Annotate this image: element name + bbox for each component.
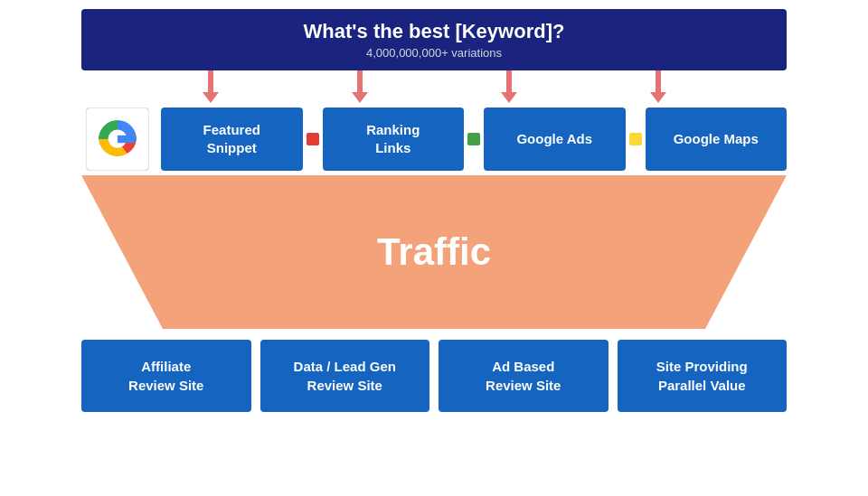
arrow-4 [650,70,666,103]
banner-title: What's the best [Keyword]? [99,20,769,43]
top-banner: What's the best [Keyword]? 4,000,000,000… [81,9,787,70]
svg-rect-2 [118,135,136,142]
arrow-3 [501,70,517,103]
connector-yellow [629,133,642,145]
traffic-label: Traffic [377,230,491,274]
google-logo [81,103,154,175]
affiliate-review-site-box: Affiliate Review Site [81,340,251,412]
diagram: What's the best [Keyword]? 4,000,000,000… [27,9,841,488]
arrow-row [81,70,787,103]
connector-green [467,133,480,145]
arrow-1 [203,70,219,103]
ad-based-review-site-box: Ad Based Review Site [439,340,609,412]
middle-row: Featured Snippet Ranking Links Google Ad… [81,103,787,175]
arrow-2 [352,70,368,103]
connector-red [307,133,319,145]
google-maps-box: Google Maps [646,108,788,171]
google-ads-box: Google Ads [484,108,626,171]
traffic-area: Traffic [81,175,787,329]
data-lead-gen-box: Data / Lead Gen Review Site [260,340,430,412]
bottom-row: Affiliate Review Site Data / Lead Gen Re… [81,340,787,412]
boxes-row: Featured Snippet Ranking Links Google Ad… [161,108,787,171]
banner-subtitle: 4,000,000,000+ variations [99,46,769,60]
featured-snippet-box: Featured Snippet [161,108,303,171]
site-providing-parallel-value-box: Site Providing Parallel Value [618,340,788,412]
ranking-links-box: Ranking Links [323,108,465,171]
